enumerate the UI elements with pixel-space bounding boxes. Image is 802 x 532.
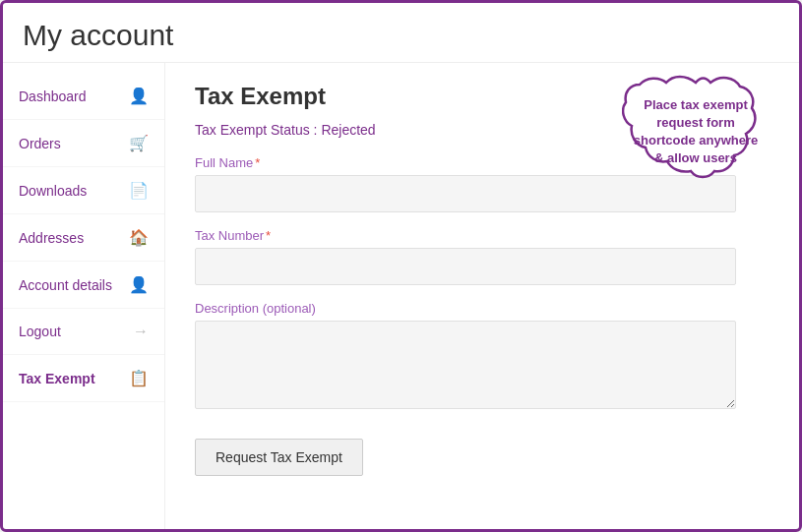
sidebar-account-details-label: Account details (19, 277, 121, 293)
page-title: My account (23, 19, 779, 52)
required-star-tax: * (266, 228, 271, 243)
cloud-bubble-text: Place tax exempt request form shortcode … (622, 87, 770, 178)
sidebar-logout-label: Logout (19, 324, 125, 339)
tax-number-label: Tax Number* (195, 228, 770, 243)
downloads-icon: 📄 (129, 181, 149, 200)
account-icon: 👤 (129, 275, 149, 294)
description-group: Description (optional) (195, 301, 770, 413)
orders-icon: 🛒 (129, 134, 149, 152)
sidebar-item-addresses[interactable]: Addresses 🏠 (3, 214, 164, 262)
page-wrapper: My account Dashboard 👤 Orders 🛒 Download… (0, 0, 802, 532)
logout-icon: → (133, 323, 149, 340)
sidebar-item-dashboard[interactable]: Dashboard 👤 (3, 73, 164, 120)
sidebar: Dashboard 👤 Orders 🛒 Downloads 📄 Address… (3, 63, 165, 529)
cloud-bubble: Place tax exempt request form shortcode … (622, 73, 770, 191)
sidebar-item-tax-exempt[interactable]: Tax Exempt 📋 (3, 355, 164, 402)
sidebar-orders-label: Orders (19, 136, 121, 151)
sidebar-item-orders[interactable]: Orders 🛒 (3, 120, 164, 167)
tax-exempt-icon: 📋 (129, 369, 149, 387)
content-area: Dashboard 👤 Orders 🛒 Downloads 📄 Address… (3, 63, 799, 529)
tax-number-group: Tax Number* (195, 228, 770, 285)
main-content: Place tax exempt request form shortcode … (165, 63, 799, 529)
description-textarea[interactable] (195, 321, 736, 409)
sidebar-item-downloads[interactable]: Downloads 📄 (3, 167, 164, 214)
sidebar-tax-exempt-label: Tax Exempt (19, 371, 121, 386)
sidebar-item-logout[interactable]: Logout → (3, 309, 164, 355)
tax-number-input[interactable] (195, 248, 736, 285)
submit-button[interactable]: Request Tax Exempt (195, 439, 363, 476)
description-label: Description (optional) (195, 301, 770, 316)
addresses-icon: 🏠 (129, 228, 149, 247)
dashboard-icon: 👤 (129, 87, 149, 105)
sidebar-dashboard-label: Dashboard (19, 89, 121, 104)
page-title-bar: My account (3, 3, 799, 63)
sidebar-addresses-label: Addresses (19, 230, 121, 246)
sidebar-item-account-details[interactable]: Account details 👤 (3, 262, 164, 309)
required-star-name: * (255, 155, 260, 170)
sidebar-downloads-label: Downloads (19, 183, 121, 199)
